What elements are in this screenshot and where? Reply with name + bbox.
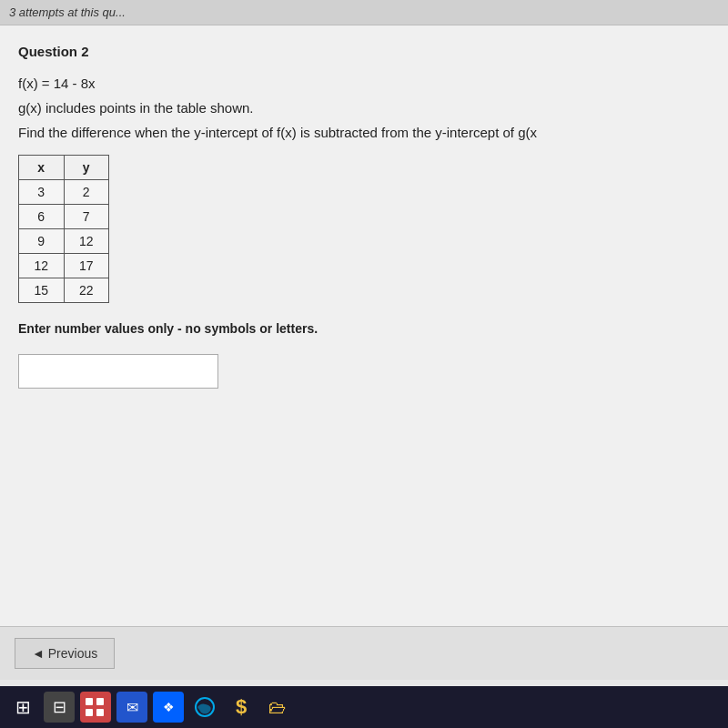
cell-y1: 2 [64,180,109,205]
main-content: Question 2 f(x) = 14 - 8x g(x) includes … [0,25,728,626]
instruction-line: Find the difference when the y-intercept… [18,125,710,140]
table-row: 9 12 [19,229,109,254]
cell-x5: 15 [19,278,65,303]
cell-x1: 3 [19,180,65,205]
cell-y4: 17 [64,254,109,278]
note-text: Enter number values only - no symbols or… [18,321,710,336]
question-label: Question 2 [18,44,710,59]
table-container: x y 3 2 6 7 9 12 12 17 [18,155,710,303]
cell-y2: 7 [64,205,109,229]
nav-area: ◄ Previous [0,626,728,680]
description-line: g(x) includes points in the table shown. [18,100,710,116]
table-row: 3 2 [19,180,109,205]
table-row: 15 22 [19,278,109,303]
windows-icon[interactable]: ⊞ [7,692,38,723]
dollar-taskbar-icon[interactable]: $ [226,692,257,723]
mail-taskbar-icon[interactable]: ✉ [116,692,147,723]
cell-y3: 12 [64,229,109,254]
folder-taskbar-icon[interactable]: 🗁 [262,692,293,723]
dropbox-taskbar-icon[interactable]: ❖ [153,692,184,723]
col-header-x: x [19,156,65,180]
formula-line: f(x) = 14 - 8x [18,76,710,91]
apps-taskbar-icon[interactable] [80,692,111,723]
table-row: 12 17 [19,254,109,278]
col-header-y: y [64,156,109,180]
cell-x4: 12 [19,254,65,278]
data-table: x y 3 2 6 7 9 12 12 17 [18,155,109,303]
top-bar-text: 3 attempts at this qu... [9,5,126,19]
answer-input[interactable] [18,354,218,389]
edge-taskbar-icon[interactable] [189,692,220,723]
previous-button[interactable]: ◄ Previous [15,638,115,669]
cell-y5: 22 [64,278,109,303]
table-row: 6 7 [19,205,109,229]
search-taskbar-icon[interactable]: ⊟ [44,692,75,723]
taskbar: ⊞ ⊟ ✉ ❖ $ 🗁 [0,686,728,728]
top-bar: 3 attempts at this qu... [0,0,728,25]
cell-x2: 6 [19,205,65,229]
cell-x3: 9 [19,229,65,254]
